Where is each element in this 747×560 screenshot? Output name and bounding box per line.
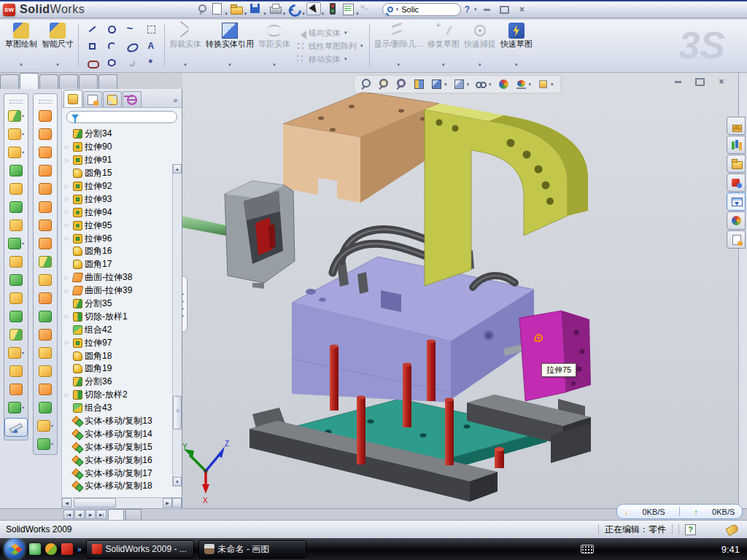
quicklaunch-overflow-chevron[interactable]: » bbox=[77, 545, 82, 553]
toolbar-button[interactable] bbox=[34, 345, 57, 360]
doc-minimize-button[interactable] bbox=[670, 77, 686, 87]
ribbon-tab[interactable] bbox=[98, 74, 117, 89]
scroll-down-button[interactable]: ▼ bbox=[173, 477, 182, 486]
olive-clamp[interactable] bbox=[425, 104, 588, 286]
toolbar-button[interactable] bbox=[4, 217, 28, 233]
expander-icon[interactable]: ▷ bbox=[65, 209, 71, 215]
last-tab-button[interactable]: ▶| bbox=[96, 510, 107, 519]
quicklaunch-solidworks-icon[interactable] bbox=[61, 543, 73, 555]
sketch-tool-button[interactable] bbox=[122, 55, 141, 71]
toolbar-button[interactable] bbox=[34, 144, 57, 160]
toolbar-button[interactable] bbox=[34, 163, 57, 178]
menu-item[interactable] bbox=[109, 2, 123, 18]
feature-tree-item[interactable]: ▷ 圆角16 bbox=[63, 245, 182, 258]
chevron-down-icon[interactable]: ▾ bbox=[396, 7, 399, 12]
feature-tree-item[interactable]: ▷ 分割35 bbox=[63, 298, 182, 311]
ribbon-tab[interactable] bbox=[0, 74, 19, 89]
task-pane-button[interactable] bbox=[727, 117, 746, 135]
feature-tree-item[interactable]: ▷ 实体-移动/复制18 bbox=[63, 480, 182, 493]
tray-icon[interactable] bbox=[619, 544, 629, 554]
view-tool-button[interactable] bbox=[498, 78, 510, 90]
feature-tree-item[interactable]: ▷ 拉伸92 bbox=[63, 180, 182, 193]
tab-feature-manager[interactable] bbox=[63, 90, 82, 107]
toolbar-button[interactable] bbox=[34, 217, 57, 233]
start-button[interactable] bbox=[4, 539, 25, 559]
help-button[interactable]: ? bbox=[462, 4, 472, 15]
feature-tree-item[interactable]: ▷ 切除-放样1 bbox=[63, 310, 182, 323]
ribbon-tab[interactable] bbox=[20, 73, 39, 89]
tray-icon[interactable] bbox=[632, 544, 643, 554]
graphics-viewport[interactable]: Y Z X ▾▾▾▾▾ × ◂◂◂◂ 拉伸75 bbox=[182, 73, 738, 508]
sketch-tool-button[interactable] bbox=[82, 55, 101, 71]
task-pane-button[interactable] bbox=[727, 211, 746, 230]
toolbar-button[interactable] bbox=[4, 181, 28, 196]
panel-expand-chevron[interactable]: » bbox=[170, 96, 180, 107]
toolbar-button[interactable] bbox=[4, 126, 28, 141]
scrollbar-thumb[interactable] bbox=[173, 396, 182, 429]
stacked-command-button[interactable]: 镜向实体 ▾ bbox=[295, 28, 364, 39]
task-pane-button[interactable] bbox=[727, 136, 746, 154]
toolbar-button[interactable] bbox=[4, 254, 28, 269]
expander-icon[interactable]: ▷ bbox=[65, 392, 71, 398]
stacked-command-button[interactable]: 移动实体 ▾ bbox=[295, 54, 364, 65]
menu-item[interactable] bbox=[162, 2, 175, 18]
toolbar-button[interactable] bbox=[4, 163, 28, 178]
title-toolbar-button[interactable]: ▾ bbox=[287, 2, 306, 18]
toolbar-button[interactable] bbox=[34, 181, 57, 196]
doc-restore-button[interactable] bbox=[692, 77, 708, 87]
tree-horizontal-scrollbar[interactable]: ◀ ▶ bbox=[62, 497, 182, 508]
scroll-up-button[interactable]: ▲ bbox=[173, 164, 182, 174]
view-tool-button[interactable] bbox=[413, 78, 425, 90]
magenta-block[interactable] bbox=[519, 311, 591, 401]
tab-configuration-manager[interactable] bbox=[103, 91, 122, 107]
feature-tree-item[interactable]: ▷ 拉伸91 bbox=[63, 154, 182, 167]
taskbar-task-button[interactable]: SolidWorks 2009 - ... bbox=[86, 540, 194, 559]
sketch-tool-button[interactable] bbox=[142, 21, 160, 37]
exploded-mold-assembly[interactable]: Y Z X bbox=[182, 73, 738, 508]
feature-tree-item[interactable]: ▷ 分割36 bbox=[63, 376, 182, 389]
next-tab-button[interactable]: ▶ bbox=[85, 510, 96, 519]
menu-item[interactable] bbox=[175, 2, 188, 18]
sketch-tool-button[interactable] bbox=[82, 38, 101, 54]
sketch-tool-button[interactable] bbox=[102, 55, 121, 71]
feature-tree-item[interactable]: ▷ 实体-移动/复制15 bbox=[63, 440, 182, 454]
expander-icon[interactable]: ▷ bbox=[65, 222, 71, 228]
feature-tree-item[interactable]: ▷ 圆角15 bbox=[63, 167, 182, 180]
toolbar-button[interactable] bbox=[34, 108, 57, 123]
feature-tree-item[interactable]: ▷ 拉伸93 bbox=[63, 192, 182, 206]
feature-tree-item[interactable]: ▷ 拉伸97 bbox=[63, 336, 182, 349]
title-toolbar-button[interactable] bbox=[360, 2, 375, 18]
feature-tree-item[interactable]: ▷ 组合42 bbox=[63, 323, 182, 336]
feature-tree-item[interactable]: ▷ 组合43 bbox=[63, 402, 182, 415]
feature-tree-item[interactable]: ▷ 拉伸94 bbox=[63, 206, 182, 219]
sketch-tool-button[interactable] bbox=[102, 21, 121, 37]
command-big-button[interactable]: 等距实体 ▾ bbox=[256, 21, 293, 71]
title-toolbar-button[interactable] bbox=[194, 2, 209, 18]
feature-tree-item[interactable]: ▷ 曲面-拉伸39 bbox=[63, 284, 182, 298]
command-big-button[interactable]: 显示/删除几... ▾ bbox=[372, 21, 425, 71]
tray-icon[interactable] bbox=[605, 544, 615, 554]
title-toolbar-button[interactable]: ▾ bbox=[248, 2, 267, 18]
tan-top-plate[interactable] bbox=[283, 92, 439, 203]
title-toolbar-button[interactable]: ▾ bbox=[229, 2, 248, 18]
help-chevron-icon[interactable]: ▾ bbox=[474, 7, 477, 12]
toolbar-button[interactable] bbox=[4, 199, 28, 214]
title-toolbar-button[interactable] bbox=[325, 2, 340, 18]
sketch-tool-button[interactable] bbox=[142, 38, 160, 54]
toolbar-button[interactable] bbox=[34, 363, 57, 378]
view-tool-button[interactable] bbox=[395, 78, 408, 90]
toolbar-button[interactable] bbox=[34, 327, 57, 342]
close-button[interactable]: × bbox=[514, 4, 530, 15]
stacked-command-button[interactable]: 线性草图阵列 ▾ bbox=[295, 41, 364, 52]
feature-tree-item[interactable]: ▷ 拉伸96 bbox=[63, 232, 182, 245]
expander-icon[interactable]: ▷ bbox=[65, 275, 71, 281]
feature-tree-item[interactable]: ▷ 分割34 bbox=[63, 128, 182, 141]
feature-tree-item[interactable]: ▷ 实体-移动/复制13 bbox=[63, 415, 182, 428]
command-big-button[interactable]: 智能尺寸 ▾ bbox=[39, 21, 76, 71]
scrollbar-thumb[interactable] bbox=[74, 498, 116, 508]
title-toolbar-button[interactable]: ▾ bbox=[209, 2, 228, 18]
toolbar-button[interactable] bbox=[4, 327, 28, 342]
restore-button[interactable] bbox=[497, 4, 513, 15]
feature-tree-item[interactable]: ▷ 实体-移动/复制14 bbox=[63, 427, 182, 440]
toolbar-button[interactable] bbox=[4, 236, 28, 251]
